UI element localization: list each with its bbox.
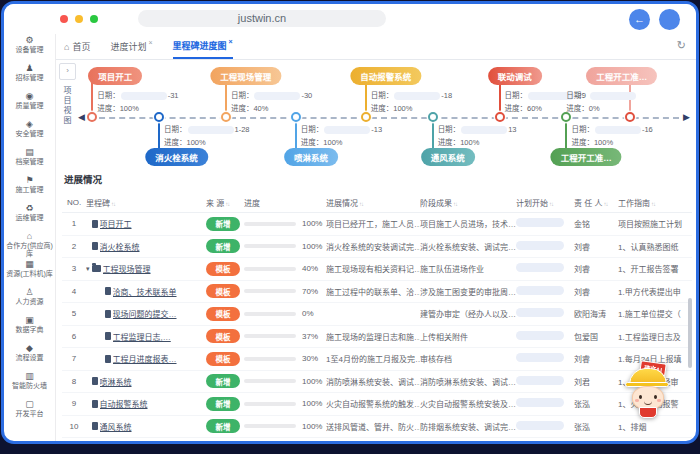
result-cell: 消火栓系统安装、调试完… (420, 241, 516, 252)
milestone-link[interactable]: 洽商、技术联系单 (113, 286, 177, 297)
ai-mascot-button[interactable]: 建文AI (624, 360, 670, 422)
milestone-node[interactable] (154, 112, 164, 122)
milestone-link[interactable]: 通风系统 (100, 421, 132, 432)
milestone-badge[interactable]: 工程开工准… (551, 148, 622, 166)
milestone-node[interactable] (87, 112, 97, 122)
milestone-progress: 进度：100% (571, 136, 613, 147)
milestone-badge[interactable]: 项目开工 (88, 67, 142, 85)
milestone-node[interactable] (625, 112, 635, 122)
document-icon (92, 265, 101, 272)
project-view-label[interactable]: 项目视图 (61, 86, 72, 126)
milestone-date: 日期：-16 (571, 123, 652, 134)
url-bar[interactable]: justwin.cn (138, 10, 386, 27)
milestone-node[interactable] (428, 112, 438, 122)
column-header[interactable]: 计划开始↑↓ (516, 197, 574, 208)
progress-label: 进度： (231, 104, 254, 113)
vertical-scrollbar[interactable] (688, 298, 692, 368)
milestone-badge[interactable]: 工程开工准… (586, 67, 657, 85)
tab-home[interactable]: ⌂ 首页 (64, 34, 90, 59)
milestone-node[interactable] (221, 112, 231, 122)
milestone-node[interactable] (561, 112, 571, 122)
row-number: 7 (62, 354, 86, 363)
close-window-button[interactable] (60, 15, 68, 23)
sidebar-item[interactable]: ⚑ 施工管理 (4, 175, 55, 203)
milestone-link[interactable]: 喷淋系统 (100, 376, 132, 387)
sidebar-item[interactable]: ♻ 运维管理 (4, 203, 55, 231)
sort-icon[interactable]: ↑↓ (359, 201, 363, 207)
back-button[interactable]: ← (629, 9, 650, 30)
tab-item[interactable]: 进度计划 × (110, 34, 152, 59)
tab-close-icon[interactable]: × (229, 38, 233, 45)
sidebar-item[interactable]: ▣ 数据字典 (4, 315, 55, 343)
column-header[interactable]: 责 任 人↑↓ (574, 197, 618, 208)
milestone-timeline: ◀ ▶ 项目开工 日期：-31 进度：100% (80, 62, 688, 170)
progress-bar-track (244, 379, 296, 383)
plan-start-cell (516, 308, 574, 319)
milestone-link[interactable]: 工程现场管理 (103, 263, 151, 274)
redacted-date-value (595, 126, 641, 134)
milestone-connector (565, 120, 567, 149)
date-suffix: -31 (168, 91, 179, 100)
sidebar-item[interactable]: ♟ 招标管理 (4, 63, 55, 91)
column-header[interactable]: 进展情况↑↓ (326, 197, 420, 208)
tab-close-icon[interactable]: × (148, 39, 152, 46)
milestone-link[interactable]: 自动报警系统 (100, 398, 148, 409)
milestone-node[interactable] (495, 112, 505, 122)
milestone-link[interactable]: 现场问题的提交… (113, 308, 177, 319)
owner-cell: 张泓 (574, 421, 618, 432)
column-header[interactable]: 阶段成果↑↓ (420, 197, 516, 208)
minimize-window-button[interactable] (75, 15, 83, 23)
milestone-cell: ▾ 工程监理日志,… (86, 331, 206, 342)
milestone-badge[interactable]: 自动报警系统 (350, 67, 421, 85)
zoom-window-button[interactable] (90, 15, 98, 23)
column-header[interactable]: NO. (62, 198, 86, 207)
milestone-node[interactable] (291, 112, 301, 122)
sort-icon[interactable]: ↑↓ (453, 201, 457, 207)
milestone-link[interactable]: 工程月进度报表… (113, 353, 177, 364)
milestone-badge[interactable]: 通风系统 (421, 148, 475, 166)
progress-bar-track (244, 312, 296, 316)
expand-caret-icon[interactable]: ▾ (86, 265, 90, 273)
sort-icon[interactable]: ↑↓ (651, 201, 655, 207)
sidebar-item[interactable]: ◆ 流程设置 (4, 343, 55, 371)
milestone-link[interactable]: 消火栓系统 (100, 241, 140, 252)
sidebar-item[interactable]: ▤ 档案管理 (4, 147, 55, 175)
sort-icon[interactable]: ↑↓ (549, 201, 553, 207)
redacted-date-value (254, 92, 300, 100)
collapse-panel-button[interactable]: › (59, 63, 76, 80)
sort-icon[interactable]: ↑↓ (225, 201, 229, 207)
milestone-badge[interactable]: 消火栓系统 (145, 148, 208, 166)
tab-item[interactable]: 里程碑进度图 × (173, 34, 233, 59)
milestone-badge[interactable]: 喷淋系统 (284, 148, 338, 166)
sort-icon[interactable]: ↑↓ (603, 201, 607, 207)
progress-percent: 30% (302, 354, 318, 363)
sidebar-item[interactable]: ◉ 质量管理 (4, 91, 55, 119)
sidebar-item[interactable]: ◈ 安全管理 (4, 119, 55, 147)
sidebar-item[interactable]: ♙ 人力资源 (4, 287, 55, 315)
sidebar-item[interactable]: ⚙ 设备管理 (4, 35, 55, 63)
date-label: 日期： (505, 91, 528, 100)
progress-cell: 100% (244, 219, 326, 228)
milestone-node[interactable] (361, 112, 371, 122)
sidebar-item-label: 施工管理 (4, 186, 55, 194)
refresh-icon[interactable]: ↻ (677, 39, 686, 52)
redacted-plan-date (516, 308, 564, 317)
milestone-cell: ▾ 消火栓系统 (86, 241, 206, 252)
column-header[interactable]: 来 源↑↓ (206, 197, 244, 208)
profile-button[interactable] (659, 9, 680, 30)
row-number: 8 (62, 377, 86, 386)
milestone-link[interactable]: 项目开工 (100, 218, 132, 229)
milestone-link[interactable]: 工程监理日志,… (113, 331, 171, 342)
column-header[interactable]: 里程碑↑↓ (86, 197, 206, 208)
milestone-badge[interactable]: 工程现场管理 (210, 67, 281, 85)
sidebar-item[interactable]: ⌂ 合作方(供应商)库 (4, 231, 55, 259)
sidebar-item[interactable]: ▢ 开发平台 (4, 399, 55, 427)
column-header[interactable]: 进度 (244, 197, 326, 208)
sidebar-item[interactable]: ▦ 资源(工料机)库 (4, 259, 55, 287)
status-cell: 施工现场现有相关资料记… (326, 263, 420, 274)
sidebar-item[interactable]: ▥ 智能防火墙 (4, 371, 55, 399)
milestone-badge[interactable]: 联动调试 (488, 67, 542, 85)
column-header[interactable]: 工作指南↑↓ (618, 197, 692, 208)
sort-icon[interactable]: ↑↓ (111, 201, 115, 207)
progress-percent: 100% (302, 219, 322, 228)
